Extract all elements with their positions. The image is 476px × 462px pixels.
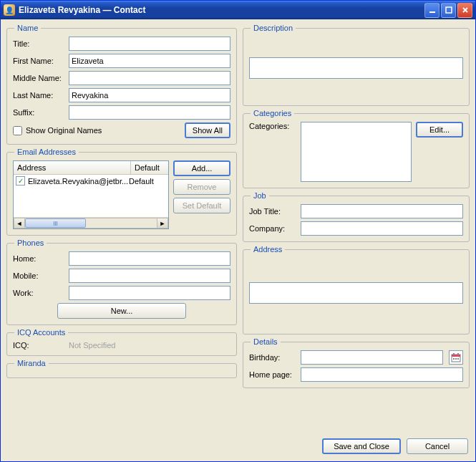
edit-categories-button[interactable]: Edit... — [416, 122, 463, 138]
address-group: Address — [243, 245, 470, 335]
job-legend: Job — [251, 191, 269, 200]
scroll-right-icon[interactable]: ► — [157, 218, 168, 228]
svg-rect-4 — [453, 353, 455, 355]
scroll-thumb[interactable] — [25, 218, 86, 228]
categories-list[interactable] — [301, 122, 412, 182]
cancel-button[interactable]: Cancel — [407, 438, 468, 454]
company-label: Company: — [249, 224, 296, 233]
details-group: Details Birthday: Home page: — [243, 337, 470, 388]
app-icon: 👤 — [4, 4, 15, 16]
suffix-label: Suffix: — [13, 108, 64, 117]
icq-group: ICQ Accounts ICQ: Not Specified — [6, 328, 237, 356]
emails-legend: Email Addresses — [14, 148, 79, 156]
icq-label: ICQ: — [13, 341, 64, 350]
scroll-left-icon[interactable]: ◄ — [14, 218, 25, 228]
categories-group: Categories Categories: Edit... — [243, 109, 470, 188]
birthday-field[interactable] — [301, 350, 443, 365]
company-field[interactable] — [301, 221, 463, 236]
home-phone-field[interactable] — [69, 251, 230, 266]
suffix-field[interactable] — [69, 105, 230, 120]
email-col-default[interactable]: Default — [131, 161, 168, 174]
email-row-default: Default — [129, 177, 166, 186]
title-label: Title: — [13, 39, 64, 48]
email-row[interactable]: ✓ Elizaveta.Revyakina@jetbr... Default — [14, 175, 168, 187]
email-table[interactable]: Address Default ✓ Elizaveta.Revyakina@je… — [13, 160, 169, 229]
scroll-track[interactable] — [25, 218, 157, 228]
save-and-close-button[interactable]: Save and Close — [322, 438, 401, 454]
show-original-label: Show Original Names — [26, 126, 102, 135]
work-phone-label: Work: — [13, 289, 64, 297]
phones-group: Phones Home: Mobile: Work: New... — [6, 239, 237, 325]
show-original-checkbox[interactable]: Show Original Names — [13, 126, 102, 135]
minimize-button[interactable] — [424, 3, 439, 18]
window-title: Elizaveta Revyakina — Contact — [19, 5, 424, 15]
job-title-field[interactable] — [301, 204, 463, 218]
svg-rect-1 — [446, 7, 452, 13]
miranda-legend: Miranda — [14, 359, 49, 367]
homepage-label: Home page: — [249, 370, 296, 379]
title-field[interactable] — [69, 37, 230, 51]
description-field[interactable] — [249, 57, 463, 79]
email-row-check-icon: ✓ — [16, 176, 25, 186]
mobile-phone-field[interactable] — [69, 269, 230, 283]
show-all-button[interactable]: Show All — [185, 122, 230, 138]
icq-legend: ICQ Accounts — [14, 328, 68, 337]
work-phone-field[interactable] — [69, 286, 230, 300]
add-email-button[interactable]: Add... — [173, 160, 230, 176]
phones-legend: Phones — [14, 239, 47, 247]
email-scrollbar[interactable]: ◄ ► — [14, 217, 168, 228]
categories-label: Categories: — [249, 122, 296, 130]
new-phone-button[interactable]: New... — [57, 303, 186, 319]
email-col-address[interactable]: Address — [14, 161, 131, 174]
categories-legend: Categories — [251, 109, 294, 117]
svg-rect-6 — [453, 358, 455, 360]
name-group: Name Title: First Name: Middle Name: Las… — [6, 24, 237, 145]
svg-rect-7 — [455, 358, 457, 360]
close-button[interactable] — [457, 3, 472, 18]
remove-email-button[interactable]: Remove — [173, 179, 230, 195]
last-name-field[interactable] — [69, 88, 230, 102]
icq-value: Not Specified — [69, 341, 115, 350]
name-legend: Name — [14, 24, 41, 32]
first-name-label: First Name: — [13, 57, 64, 65]
job-title-label: Job Title: — [249, 207, 296, 216]
homepage-field[interactable] — [301, 367, 463, 382]
job-group: Job Job Title: Company: — [243, 191, 470, 242]
address-legend: Address — [251, 245, 285, 254]
middle-name-field[interactable] — [69, 71, 230, 85]
miranda-group: Miranda — [6, 359, 237, 378]
middle-name-label: Middle Name: — [13, 74, 64, 82]
svg-rect-8 — [457, 358, 459, 360]
svg-rect-3 — [452, 355, 460, 357]
details-legend: Details — [251, 337, 281, 346]
show-original-check-input[interactable] — [13, 126, 22, 135]
emails-group: Email Addresses Address Default ✓ — [6, 148, 237, 236]
titlebar[interactable]: 👤 Elizaveta Revyakina — Contact — [1, 1, 475, 19]
maximize-button[interactable] — [441, 3, 456, 18]
home-phone-label: Home: — [13, 254, 64, 263]
description-group: Description — [243, 24, 470, 106]
set-default-email-button[interactable]: Set Default — [173, 198, 230, 213]
mobile-phone-label: Mobile: — [13, 271, 64, 280]
first-name-field[interactable] — [69, 54, 230, 68]
email-row-address: Elizaveta.Revyakina@jetbr... — [28, 177, 128, 186]
last-name-label: Last Name: — [13, 91, 64, 100]
svg-rect-5 — [457, 353, 459, 355]
description-legend: Description — [251, 24, 296, 32]
address-field[interactable] — [249, 282, 463, 304]
calendar-icon[interactable] — [449, 350, 463, 365]
birthday-label: Birthday: — [249, 353, 296, 362]
svg-rect-0 — [429, 11, 435, 13]
